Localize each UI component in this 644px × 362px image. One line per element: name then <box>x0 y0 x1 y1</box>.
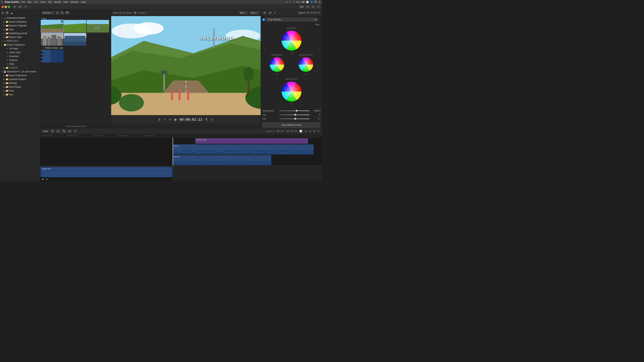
timeline-settings-btn[interactable]: ⚙ <box>317 130 320 133</box>
reboot-clips-header[interactable]: ▼ Reboot Clips (6) <box>41 46 110 50</box>
highlights-color-wheel[interactable] <box>298 57 314 72</box>
shadows-color-wheel[interactable] <box>269 57 284 72</box>
save-effects-preset-button[interactable]: Save Effects Preset <box>262 122 320 128</box>
browser-grid-btn[interactable]: ⊞ <box>55 11 59 14</box>
temperature-slider[interactable] <box>279 110 309 111</box>
layout-button[interactable]: ⊡ <box>311 5 315 8</box>
fullscreen-button[interactable]: ⊡ <box>210 118 214 121</box>
effects-icon[interactable]: ✦ <box>168 118 172 121</box>
tint-slider[interactable] <box>279 114 309 115</box>
zoom-to-fit-btn[interactable]: ⊞ <box>312 130 316 133</box>
close-button[interactable] <box>2 6 4 8</box>
menu-view[interactable]: View <box>63 1 68 3</box>
sidebar-item-projects[interactable]: ✦ Projects <box>0 58 40 62</box>
wrench-btn[interactable]: 🔧 <box>62 129 66 133</box>
sidebar-item-fcpx-104[interactable]: ▼ ⊟ FCPX 10.4 <box>0 39 40 43</box>
highlights-reset-btn[interactable]: ↺ <box>305 73 307 76</box>
sidebar-icon-btn-1[interactable]: ⊞ <box>1 11 4 15</box>
menu-edit[interactable]: Edit <box>28 1 32 3</box>
sidebar-item-17-12-17[interactable]: ▶ 📁 17-12-17 <box>0 66 40 70</box>
sidebar-item-audio-only[interactable]: ✦ Audio Only <box>0 50 40 54</box>
master-reset-btn[interactable]: ↺ <box>290 52 293 55</box>
sidebar-item-reboot-clips[interactable]: ▶ 📁 Reboot Clips <box>0 35 40 39</box>
menu-mark[interactable]: Mark <box>40 1 46 3</box>
clip15-track-clip[interactable]: Clip #15 <box>173 155 272 165</box>
shadows-reset-btn[interactable]: ↺ <box>276 73 278 76</box>
sidebar-item-0-beehive-reboot[interactable]: ▼ ⊟ 0-Beehive Reboot <box>0 16 40 20</box>
clip-appearance-btn[interactable]: ⊞ <box>50 129 54 133</box>
zoom-out-icon[interactable]: ⊞ <box>158 118 162 121</box>
menu-modify[interactable]: Modify <box>54 1 61 3</box>
minimize-button[interactable] <box>4 6 7 8</box>
sidebar-item-favorites[interactable]: ✦ Favorites <box>0 54 40 58</box>
shadows-wheel[interactable]: ↺ <box>269 57 284 73</box>
arrow-tool-btn[interactable]: ▶ <box>68 129 72 133</box>
window-controls[interactable] <box>2 6 10 8</box>
view-dropdown[interactable]: View ⌄ <box>249 11 259 14</box>
clip-trim-btn[interactable]: ⊡ <box>308 130 312 133</box>
tab-audio[interactable]: 🔊 <box>268 11 272 14</box>
hue-slider[interactable] <box>279 119 309 119</box>
maximize-button[interactable] <box>8 6 10 8</box>
timeline-play-btn[interactable]: ⏮ <box>45 178 49 181</box>
check-button[interactable]: ✓ <box>24 5 28 8</box>
midtones-reset-btn[interactable]: ↺ <box>290 103 293 106</box>
sidebar-item-all-video[interactable]: ✦ All Video <box>0 47 40 50</box>
index-tab[interactable]: Index <box>42 130 49 133</box>
grid-button[interactable]: ⊞⊞ <box>299 5 304 8</box>
tab-info[interactable]: ℹ <box>274 11 276 14</box>
menu-help[interactable]: Help <box>81 1 86 3</box>
clip-thumbnail-4[interactable] <box>41 33 64 45</box>
timeline-playhead[interactable] <box>173 137 173 166</box>
sidebar-item-stills[interactable]: ✦ Stills <box>0 62 40 66</box>
menu-window[interactable]: Window <box>70 1 79 3</box>
key-button[interactable]: ⌘ <box>18 5 22 8</box>
menu-file[interactable]: File <box>22 1 25 3</box>
download-button[interactable]: ⬇ <box>13 5 17 8</box>
audio-meter-btn[interactable]: 📊 <box>298 130 303 133</box>
sidebar-item-birthday[interactable]: ▶ 📁 Birthday <box>0 81 40 85</box>
reboot-clip-thumbnail-1[interactable] <box>41 50 64 62</box>
clip-thumbnail-5[interactable] <box>64 33 86 45</box>
sidebar-icon-btn-3[interactable]: ☁ <box>10 11 13 15</box>
clip-thumbnail-1[interactable]: ● <box>41 20 64 32</box>
chevron-icon[interactable]: ⌄ <box>319 18 320 21</box>
sidebar-item-clips[interactable]: ▶ 📁 Clips <box>0 27 40 31</box>
list-button[interactable]: ☰ <box>306 5 310 8</box>
app-name[interactable]: Final Cut Pro <box>5 1 19 3</box>
control-center-icon[interactable]: ⊟ <box>319 1 320 3</box>
sidebar-item-test[interactable]: ▶ 📁 Test <box>0 93 40 96</box>
tab-video[interactable]: 🎬 <box>262 11 267 14</box>
clip-thumbnail-2[interactable] <box>64 20 86 32</box>
sidebar-item-smart-collections-2[interactable]: ▼ 📁 Smart Collections <box>0 43 40 47</box>
expand-button[interactable]: ⬡ <box>316 5 320 8</box>
sidebar-item-new-project[interactable]: ▶ 📁 New Project <box>0 85 40 89</box>
zoom-dropdown[interactable]: 90% ⌄ <box>238 11 248 14</box>
midtones-wheel[interactable]: ↺ <box>281 81 302 103</box>
sidebar-item-beehive-originals[interactable]: ▶ 📁 Beehive Originals <box>0 24 40 27</box>
browser-list-btn[interactable]: ☰ <box>60 11 64 14</box>
sidebar-item-establishing-shots[interactable]: ▶ 📁 Establishing shots <box>0 31 40 35</box>
sidebar-item-smart-collections-1[interactable]: ▶ 📁 Smart Collections <box>0 20 40 24</box>
trim-icon[interactable]: ✂ <box>163 118 167 121</box>
sidebar-item-paris[interactable]: ▶ 📁 Paris <box>0 89 40 93</box>
clip-height-btn[interactable]: ⊡ <box>56 129 60 133</box>
blade-btn[interactable]: ✂ <box>74 129 78 133</box>
timeline-stop-btn[interactable]: ⏹ <box>41 178 44 181</box>
midtones-color-wheel[interactable] <box>281 81 302 102</box>
master-wheel[interactable]: ↺ <box>281 30 302 52</box>
play-head-btn[interactable]: ⏮ <box>304 130 308 133</box>
expand-icon[interactable]: ⊡ <box>318 18 319 21</box>
clip-thumbnail-3[interactable] <box>87 20 109 32</box>
menu-clip[interactable]: Clip <box>48 1 52 3</box>
sidebar-icon-btn-2[interactable]: 🎬 <box>5 11 9 15</box>
master-color-wheel[interactable] <box>281 30 302 51</box>
clip1-track-clip[interactable]: Clip #1 <box>173 144 314 154</box>
sidebar-item-updated-projects[interactable]: ▶ 📁 Updated Projects <box>0 77 40 81</box>
color-wheels-dropdown[interactable]: Color Wheels 1 <box>266 18 318 21</box>
sidebar-item-smart-collections-3[interactable]: ▶ 📁 Smart Collections <box>0 73 40 77</box>
menu-trim[interactable]: Trim <box>34 1 38 3</box>
search-icon[interactable]: 🔍 <box>314 1 317 3</box>
apple-menu[interactable]:  <box>2 0 2 4</box>
sidebar-item-macintosh-h[interactable]: ▼ 💾 Macintosh H...cts and events <box>0 70 40 73</box>
